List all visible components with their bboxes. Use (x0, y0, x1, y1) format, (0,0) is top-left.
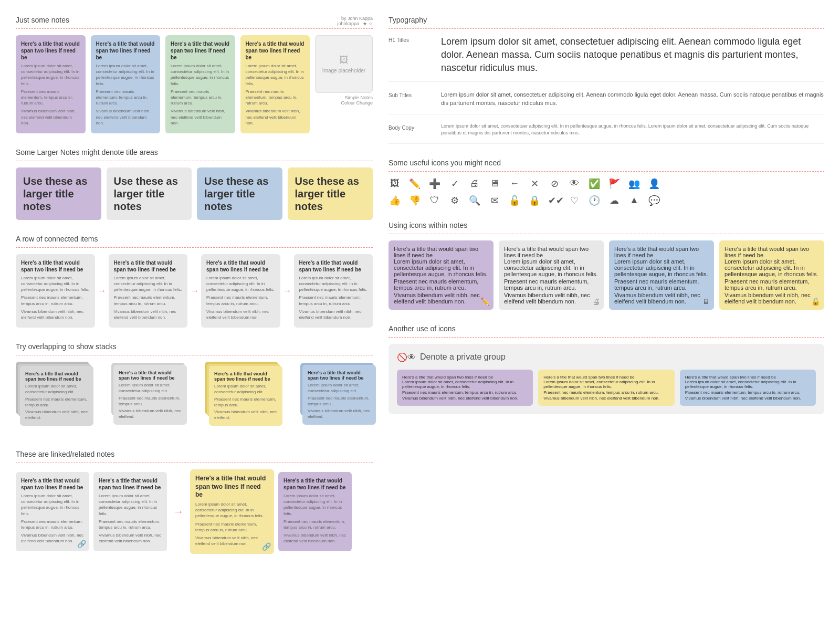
no-eye-icon: 🚫👁 (397, 352, 416, 362)
icon-search: 🔍 (468, 195, 481, 206)
icon-unlock: 🔓 (508, 195, 521, 206)
icon-flag: 🚩 (608, 178, 621, 190)
card-title: Here's a title that would span two lines… (299, 259, 368, 273)
section-divider-3 (16, 247, 373, 248)
image-placeholder: 🖼 Image placeholder (315, 35, 373, 93)
body-label: Body Copy (388, 123, 430, 137)
arrow-icon-1: → (95, 286, 109, 297)
section-divider-5 (16, 463, 373, 463)
card-title: Here's a title that would span two lines… (21, 40, 80, 61)
section-divider-1 (16, 28, 373, 29)
typography-sub-row: Sub Titles Lorem ipsum dolor sit amet, c… (388, 90, 824, 114)
pencil-icon: ✏️ (480, 297, 489, 306)
card-title: Here's a title that would span two lines… (614, 246, 709, 258)
icon-cloud: ☁ (608, 195, 621, 206)
connected-row: Here's a title that would span two lines… (16, 254, 373, 328)
section-larger-notes: Some Larger Notes might denote title are… (16, 148, 373, 220)
arrow-icon-3: → (280, 286, 294, 297)
section-title-2: Some Larger Notes might denote title are… (16, 148, 373, 156)
section-title-icons: Some useful icons you might need (388, 159, 824, 167)
private-group-header: 🚫👁 Denote a private group (397, 352, 816, 362)
card-title: Here's a title that would span two lines… (21, 259, 90, 273)
icon-image: 🖼 (388, 178, 401, 190)
large-note-yellow: Use these as larger title notes (288, 167, 373, 220)
section-title-typography: Typography (388, 16, 824, 24)
icon-gear: ⚙ (448, 195, 461, 206)
icon-eye: 👁 (568, 178, 581, 190)
icon-note-gray: Here's a title that would span two lines… (499, 240, 604, 310)
card-body: Lorem ipsum dolor sit amet, consectetur … (99, 493, 162, 544)
monitor-icon: 🖥 (702, 297, 710, 306)
section-linked-notes: These are linked/related notes Here's a … (16, 450, 373, 554)
card-body: Lorem ipsum dolor sit amet, consectetur … (21, 275, 90, 320)
connected-card-2: Here's a title that would span two lines… (109, 254, 188, 328)
icon-checkmark: ✅ (588, 178, 601, 190)
h1-label: H1 Titles (388, 35, 430, 75)
card-title: Here's a title that would span two lines… (246, 40, 305, 61)
section-divider-another-icons (388, 337, 824, 338)
icon-no: ⊘ (548, 178, 561, 190)
card-body: Lorem ipsum dolor sit amet, consectetur … (96, 63, 155, 126)
card-body: Lorem ipsum dolor sit amet, consectetur … (685, 380, 811, 401)
large-note-title: Use these as larger title notes (23, 175, 94, 213)
icon-lock: 🔒 (528, 195, 541, 206)
icon-mail: ✉ (488, 195, 501, 206)
card-body: Lorem ipsum dolor sit amet, consectetur … (206, 275, 275, 320)
section-title-icon-notes: Using icons within notes (388, 221, 824, 229)
icon-monitor: 🖥 (488, 178, 501, 190)
card-title: Here's a title that would span two lines… (206, 259, 275, 273)
large-note-blue: Use these as larger title notes (197, 167, 282, 220)
section-title-another-icons: Another use of icons (388, 324, 824, 333)
stacks-row: Here's a title that would span two lines… (16, 362, 373, 435)
card-title: Here's a title that would span two lines… (543, 375, 669, 380)
card-title: Here's a title that would span two lines… (114, 259, 183, 273)
card-body: Lorem ipsum dolor sit amet, consectetur … (114, 275, 183, 320)
section-divider-icon-notes (388, 234, 824, 234)
sub-label: Sub Titles (388, 90, 430, 108)
icon-note-blue: Here's a title that would span two lines… (609, 240, 714, 310)
lock-icon: 🔒 (811, 297, 820, 306)
arrow-icon-2: → (187, 286, 201, 297)
linked-card-1: Here's a title that would span two lines… (16, 472, 89, 552)
card-body: Lorem ipsum dolor sit amet, consectetur … (21, 63, 80, 126)
card-title: Here's a title that would span two lines… (171, 40, 230, 61)
link-icon-3: 🔗 (262, 542, 271, 551)
private-card-blue: Here's a title that would span two lines… (680, 370, 816, 406)
card-body: Lorem ipsum dolor sit amet, consectetur … (543, 380, 669, 401)
image-placeholder-label: Image placeholder (322, 68, 365, 74)
note-card-yellow-1: Here's a title that would span two lines… (240, 35, 310, 133)
section-divider-2 (16, 161, 373, 161)
private-card-yellow: Here's a title that would span two lines… (538, 370, 674, 406)
private-group-label: Denote a private group (420, 352, 506, 362)
large-note-title: Use these as larger title notes (204, 175, 275, 213)
typography-h1-row: H1 Titles Lorem ipsum dolor sit amet, co… (388, 35, 824, 82)
linked-card-3: Here's a title that would span two lines… (190, 469, 274, 554)
icon-plus: ➕ (428, 178, 441, 190)
icon-thumbs-down: 👎 (408, 195, 421, 206)
icon-triangle: ▲ (628, 195, 640, 206)
section-connected-items: A row of connected items Here's a title … (16, 235, 373, 328)
icon-thumbs-up: 👍 (388, 195, 401, 206)
connected-card-1: Here's a title that would span two lines… (16, 254, 95, 328)
card-title: Here's a title that would span two lines… (504, 246, 598, 258)
section-another-icons: Another use of icons 🚫👁 Denote a private… (388, 324, 824, 414)
card-title: Here's a title that would span two lines… (96, 40, 155, 61)
large-note-title: Use these as larger title notes (295, 175, 366, 213)
card-title: Here's a title that would span two lines… (402, 375, 528, 380)
icon-shield: 🛡 (428, 195, 441, 206)
card-title: Here's a title that would span two lines… (21, 477, 84, 491)
card-title: Here's a title that would span two lines… (685, 375, 811, 380)
icon-pencil: ✏️ (408, 178, 421, 190)
icon-note-purple: Here's a title that would span two lines… (388, 240, 494, 310)
large-note-gray: Use these as larger title notes (107, 167, 192, 220)
card-body: Lorem ipsum dolor sit amet, consectetur … (402, 380, 528, 401)
note-card-purple-1: Here's a title that would span two lines… (16, 35, 86, 133)
private-cards-row: Here's a title that would span two lines… (397, 370, 816, 406)
icon-users: 👥 (628, 178, 640, 190)
card-body: Lorem ipsum dolor sit amet, consectetur … (195, 501, 269, 547)
section-typography: Typography H1 Titles Lorem ipsum dolor s… (388, 16, 824, 144)
card-title: Here's a title that would span two lines… (394, 246, 488, 258)
linked-card-4: Here's a title that would span two lines… (278, 472, 352, 552)
icon-printer: 🖨 (468, 178, 481, 190)
section-title-3: A row of connected items (16, 235, 373, 243)
